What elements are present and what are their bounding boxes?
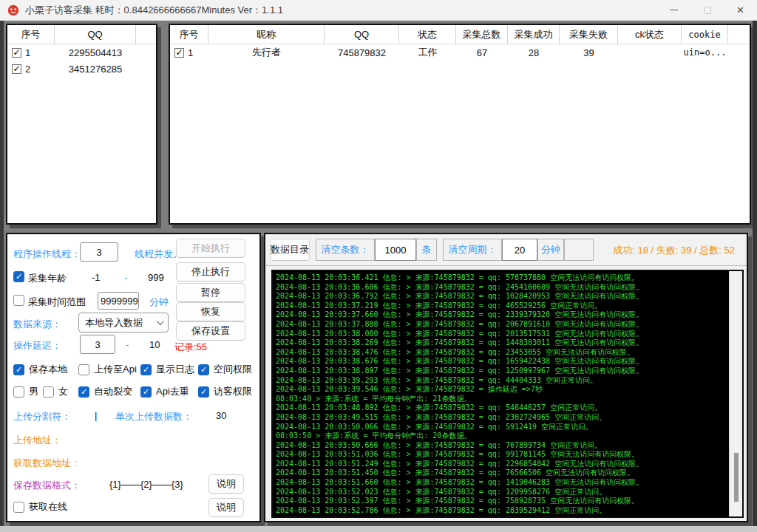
thread-count-input[interactable] <box>80 242 118 262</box>
col-header-qq: QQ <box>55 25 136 44</box>
title-bar: 小栗子访客采集 耗时：0.8442666666667Minutes Ver：1.… <box>0 0 757 21</box>
clear-cycle-label: 清空周期： <box>443 239 502 261</box>
age-label: 采集年龄 <box>28 272 67 285</box>
log-line: 2024-08-13 20:03:51.660 信息: > 来源:7458798… <box>276 478 729 488</box>
option-upload-api[interactable]: 上传至Api <box>78 363 137 376</box>
option-get-online[interactable]: 获取在线 <box>13 500 67 514</box>
batch-size-value: 30 <box>216 410 226 421</box>
save-settings-button[interactable]: 保存设置 <box>176 321 245 341</box>
start-button[interactable]: 开始执行 <box>176 239 245 258</box>
option-checkbox[interactable] <box>140 364 152 375</box>
row-checkbox[interactable] <box>174 48 184 58</box>
stop-button[interactable]: 停止执行 <box>176 262 245 282</box>
option-checkbox[interactable] <box>43 386 54 398</box>
minimize-icon <box>670 10 678 10</box>
save-format-label: 保存数据格式： <box>13 479 81 492</box>
option-auto-split[interactable]: 自动裂变 <box>78 385 132 398</box>
minimize-button[interactable] <box>657 0 690 20</box>
option-checkbox[interactable] <box>13 364 24 375</box>
split-char-value: | <box>95 410 97 421</box>
log-frame: 2024-08-13 20:03:36.421 信息: > 来源:7458798… <box>271 270 744 518</box>
close-icon: × <box>737 4 744 16</box>
time-range-label: 采集时间范围 <box>28 296 86 309</box>
delay-input[interactable] <box>80 335 115 354</box>
time-range-input[interactable] <box>98 292 139 310</box>
table-row[interactable]: 2 3451276285 <box>7 61 156 77</box>
option-checkbox[interactable] <box>78 386 89 398</box>
toolbar-separator <box>265 265 747 266</box>
log-scrollbar-thumb[interactable] <box>734 453 739 502</box>
log-line: 2024-08-13 20:03:39.546 信息: > 来源:7458798… <box>276 385 729 395</box>
table-row[interactable]: 1 2295504413 <box>7 44 156 61</box>
save-format-help-button[interactable]: 说明 <box>208 474 244 494</box>
data-source-label: 数据来源： <box>13 318 61 331</box>
clear-cycle-input[interactable] <box>502 239 537 261</box>
col-header-ck: ck状态 <box>618 25 682 44</box>
col-header-success: 采集成功 <box>508 25 560 44</box>
log-line: 2024-08-13 20:03:48.892 信息: > 来源:7458798… <box>276 403 729 413</box>
log-line: 2024-08-13 20:03:51.036 信息: > 来源:7458798… <box>276 450 729 460</box>
log-line: 2024-08-13 20:03:50.666 信息: > 来源:7458798… <box>276 441 729 451</box>
log-line: 08:03:40 > 来源:系统 = 平均每分钟产出: 21条数据。 <box>276 395 729 404</box>
table-row[interactable]: 1 先行者 745879832 工作 67 28 39 uin=o... <box>170 44 750 61</box>
log-line: 2024-08-13 20:03:49.515 信息: > 来源:7458798… <box>276 413 729 423</box>
maximize-icon <box>704 7 711 14</box>
save-format-value: {1}——{2}——{3} <box>109 479 183 490</box>
log-line: 2024-08-13 20:03:36.792 信息: > 来源:7458798… <box>276 292 729 301</box>
option-show-log[interactable]: 显示日志 <box>140 363 194 376</box>
age-min-value: -1 <box>92 272 101 283</box>
accounts-table-header: 序号 QQ <box>7 25 156 44</box>
option-visitor-permission[interactable]: 访客权限 <box>198 385 252 398</box>
option-checkbox[interactable] <box>78 364 89 375</box>
client-area: 序号 QQ 1 2295504413 2 3451276285 序号 昵称 QQ… <box>0 21 757 532</box>
log-line: 2024-08-13 20:03:51.450 信息: > 来源:7458798… <box>276 468 729 478</box>
row-checkbox[interactable] <box>12 48 21 58</box>
col-header-total: 采集总数 <box>456 25 508 44</box>
time-range-unit: 分钟 <box>149 296 169 309</box>
time-range-checkbox[interactable] <box>13 295 24 306</box>
col-header-cookie: cookie <box>682 25 728 44</box>
clear-count-label: 清空条数： <box>316 239 375 261</box>
log-line: 2024-08-13 20:03:51.249 信息: > 来源:7458798… <box>276 460 729 469</box>
data-source-select[interactable]: 本地导入数据 <box>78 313 169 332</box>
maximize-button[interactable] <box>690 0 724 20</box>
log-line: 2024-08-13 20:03:36.606 信息: > 来源:7458798… <box>276 283 729 293</box>
option-checkbox[interactable] <box>13 386 24 398</box>
app-logo-icon <box>7 4 19 16</box>
clear-count-input[interactable] <box>375 239 416 261</box>
log-line: 2024-08-13 20:03:50.066 信息: > 来源:7458798… <box>276 423 729 432</box>
log-line: 2024-08-13 20:03:38.080 信息: > 来源:7458798… <box>276 330 729 339</box>
close-button[interactable]: × <box>724 0 757 20</box>
window-edge-bottom <box>0 526 757 532</box>
option-save-local[interactable]: 保存本地 <box>13 363 67 376</box>
fetch-url-label: 获取数据地址： <box>13 457 81 470</box>
col-header-nickname: 昵称 <box>208 25 325 44</box>
upload-url-label: 上传地址： <box>13 434 61 447</box>
option-male[interactable]: 男 <box>13 385 38 398</box>
col-header-status: 状态 <box>399 25 456 44</box>
log-scrollbar[interactable] <box>729 271 742 516</box>
data-dir-button[interactable]: 数据目录 <box>270 239 310 261</box>
log-line: 2024-08-13 20:03:38.897 信息: > 来源:7458798… <box>276 366 729 376</box>
option-api-dedupe[interactable]: Api去重 <box>140 385 189 398</box>
log-line: 2024-08-13 20:03:38.476 信息: > 来源:7458798… <box>276 348 729 358</box>
col-header-failed: 采集失败 <box>560 25 618 44</box>
log-line: 2024-08-13 20:03:38.676 信息: > 来源:7458798… <box>276 357 729 366</box>
option-checkbox[interactable] <box>140 386 152 398</box>
window-edge-left <box>0 21 4 532</box>
option-female[interactable]: 女 <box>43 385 68 398</box>
option-space-permission[interactable]: 空间权限 <box>198 363 252 376</box>
online-help-button[interactable]: 说明 <box>208 498 244 517</box>
pause-button[interactable]: 暂停 <box>176 283 245 302</box>
resume-button[interactable]: 恢复 <box>176 302 245 321</box>
age-checkbox[interactable] <box>13 271 24 282</box>
delay-label: 操作延迟： <box>13 339 61 352</box>
batch-size-label: 单次上传数据数： <box>115 410 192 423</box>
age-max-value: 999 <box>148 272 164 283</box>
option-checkbox[interactable] <box>198 364 209 375</box>
chevron-down-icon <box>157 318 164 325</box>
option-checkbox[interactable] <box>198 386 209 398</box>
col-header-index: 序号 <box>7 25 55 44</box>
option-checkbox[interactable] <box>13 502 24 513</box>
row-checkbox[interactable] <box>12 64 21 74</box>
